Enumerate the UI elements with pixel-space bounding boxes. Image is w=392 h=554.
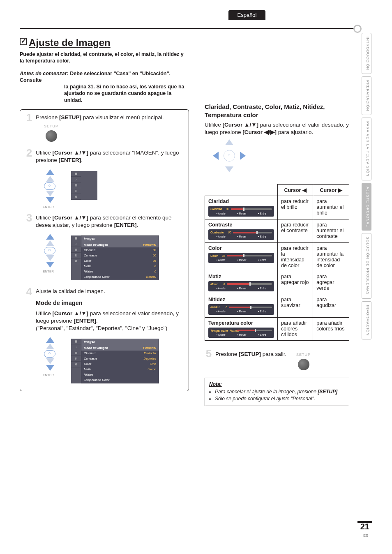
effect-right: para agudizar: [313, 294, 349, 318]
table-row: Contraste Contraste 60 AjusteMoverEntre …: [205, 219, 349, 242]
slider-mini: Claridad 30 AjusteMoverEntre: [208, 206, 274, 217]
osd-menu: ▦♪▤⎘⚙ Imagen Modo de ImagenPersonalClari…: [71, 235, 159, 280]
ctrl-entre: Entre: [258, 287, 266, 290]
slider-label: Contraste: [210, 231, 224, 234]
menu-val: [130, 372, 159, 378]
param-name: Nitidez: [208, 297, 274, 302]
menu-row: Temperatura ColorNormal: [81, 275, 159, 280]
step1-btn: [SETUP]: [59, 114, 81, 120]
note-list: Para cancelar el ajuste de la imagen, pr…: [215, 389, 345, 402]
before-label: Antes de comenzar:: [20, 71, 69, 76]
right-heading: Claridad, Contraste, Color, Matiz, Nitid…: [205, 103, 349, 119]
left-column: Ajuste de Imagen Puede ajustar el clarid…: [20, 37, 189, 391]
note-box: Nota: Para cancelar el ajuste de la imag…: [205, 378, 349, 406]
sidebar-tab: PREPARACIÓN: [362, 76, 371, 115]
menu-val: Estándar: [130, 351, 159, 356]
menu-key: Nitidez: [81, 372, 130, 378]
step5-btn: [SETUP]: [239, 351, 261, 357]
ctrl-mover: Mover: [237, 212, 246, 215]
menu-row: Contraste60: [81, 253, 159, 258]
enter-label: ENTER: [43, 373, 54, 378]
step-body: Utilice [Cursor ▲/▼] para seleccionar el…: [36, 214, 184, 280]
menu-val: 0: [130, 264, 159, 269]
menu-key: Matiz: [81, 264, 130, 269]
slider-track-icon: [237, 330, 272, 331]
step-number: 4: [24, 285, 34, 298]
effect-right: para aumentar el brillo: [313, 196, 349, 219]
slider-mini: Contraste 60 AjusteMoverEntre: [208, 229, 274, 240]
ctrl-ajuste: Ajuste: [216, 235, 226, 238]
menu-row: ClaridadEstándar: [81, 351, 159, 356]
param-name: Contraste: [208, 222, 274, 228]
step2-text: Utilice [Cursor ▲/▼] para seleccionar "I…: [36, 150, 179, 163]
mode-de-imagen-options: ("Personal", "Estándar", "Deportes", "Ci…: [36, 325, 184, 332]
slider-track-icon: [227, 283, 272, 285]
menu-key: Nitidez: [81, 269, 130, 275]
step-2: 2 Utilice [Cursor ▲/▼] para seleccionar …: [25, 149, 184, 207]
step-body: Presione [SETUP] para visualizar el menú…: [36, 114, 184, 142]
ctrl-ajuste: Ajuste: [216, 333, 226, 337]
osd-menu: ▦♪▤⎘⚙ Imagen Modo de ImagenPersonalClari…: [71, 339, 159, 383]
step-3: 3 Utilice [Cursor ▲/▼] para seleccionar …: [25, 214, 184, 280]
step-4: 4 Ajuste la calidad de imagen. Mode de i…: [25, 288, 184, 383]
dpad-4way-icon: [213, 139, 246, 172]
step3-text: Utilice [Cursor ▲/▼] para seleccionar el…: [36, 215, 172, 228]
sidebar-tab: INTRODUCCIÓN: [362, 33, 371, 74]
menu-val: 0: [130, 269, 159, 275]
slider-value: Normal: [230, 329, 235, 332]
menu-key: Color: [81, 361, 130, 367]
menu-row: Temperatura Color: [81, 378, 159, 383]
setup-button-graphic: SETUP: [44, 124, 58, 142]
param-cell: Claridad Claridad 30 AjusteMoverEntre: [205, 196, 278, 219]
slider-value: 30: [224, 207, 229, 211]
setup-label: SETUP: [296, 352, 311, 357]
section-sidebar: INTRODUCCIÓNPREPARACIÓNPARA VER LA TELEV…: [362, 33, 371, 339]
menu-row: Nitidez0: [81, 269, 159, 275]
before-text-cont: la página 31. Si no lo hace así, los val…: [64, 83, 189, 104]
menu-row: ColorCine: [81, 361, 159, 367]
slider-label: Tempe. color: [210, 329, 228, 332]
note-item: Sólo se puede configurar el ajuste "Pers…: [215, 396, 345, 402]
enter-label: ENTER: [43, 205, 54, 210]
effect-left: para reducir el contraste: [278, 219, 313, 242]
enter-label: ENTER: [43, 270, 54, 274]
ctrl-mover: Mover: [237, 259, 246, 262]
menu-row: Matiz0: [81, 264, 159, 269]
sidebar-tab: AJUSTE OPCIONAL: [362, 183, 371, 231]
table-row: Color Color 36 AjusteMoverEntre para red…: [205, 242, 349, 271]
menu-row: MatizJuego: [81, 367, 159, 372]
menu-val: Juego: [130, 367, 159, 372]
param-name: Claridad: [208, 199, 274, 204]
slider-mini: Nitidez 0 AjusteMoverEntre: [208, 304, 274, 315]
adjustment-table: Cursor ◀ Cursor ▶ Claridad Claridad 30 A…: [205, 184, 349, 341]
slider-value: 0: [221, 305, 227, 309]
table-row: Temperatura color Tempe. color Normal Aj…: [205, 317, 349, 341]
menu-key: Modo de Imagen: [81, 345, 130, 351]
param-name: Color: [208, 245, 274, 251]
slider-value: 36: [219, 254, 225, 258]
slider-mini: Color 36 AjusteMoverEntre: [208, 253, 274, 263]
setup-dot-icon: [46, 130, 57, 142]
setup-label: SETUP: [44, 124, 58, 129]
effect-right: para aumentar la intensidad de color: [313, 242, 349, 271]
ctrl-entre: Entre: [258, 235, 266, 238]
param-cell: Contraste Contraste 60 AjusteMoverEntre: [205, 219, 278, 242]
checkbox-checked-icon: [20, 38, 27, 45]
right-column: Claridad, Contraste, Color, Matiz, Nitid…: [205, 103, 349, 406]
step-1: 1 Presione [SETUP] para visualizar el me…: [25, 114, 184, 142]
sidebar-tab: PARA VER LA TELEVISIÓN: [362, 118, 371, 180]
slider-label: Color: [210, 254, 218, 258]
ctrl-mover: Mover: [237, 235, 246, 238]
mode-de-imagen-text: Utilice [Cursor ▲/▼] para seleccionar el…: [36, 310, 184, 325]
menu-key: Claridad: [81, 351, 130, 356]
effect-left: para suavizar: [278, 294, 313, 318]
page-number: 21: [360, 522, 369, 531]
step5-post: para salir.: [261, 351, 286, 357]
menu-title: Imagen: [81, 339, 159, 345]
setup-button-graphic: SETUP: [296, 352, 311, 370]
step-5: 5 Presione [SETUP] para salir. SETUP: [205, 350, 349, 370]
page-title: Ajuste de Imagen: [20, 37, 189, 48]
menu-row: Claridad30: [81, 247, 159, 253]
param-cell: Color Color 36 AjusteMoverEntre: [205, 242, 278, 271]
effect-left: para reducir el brillo: [278, 196, 313, 219]
